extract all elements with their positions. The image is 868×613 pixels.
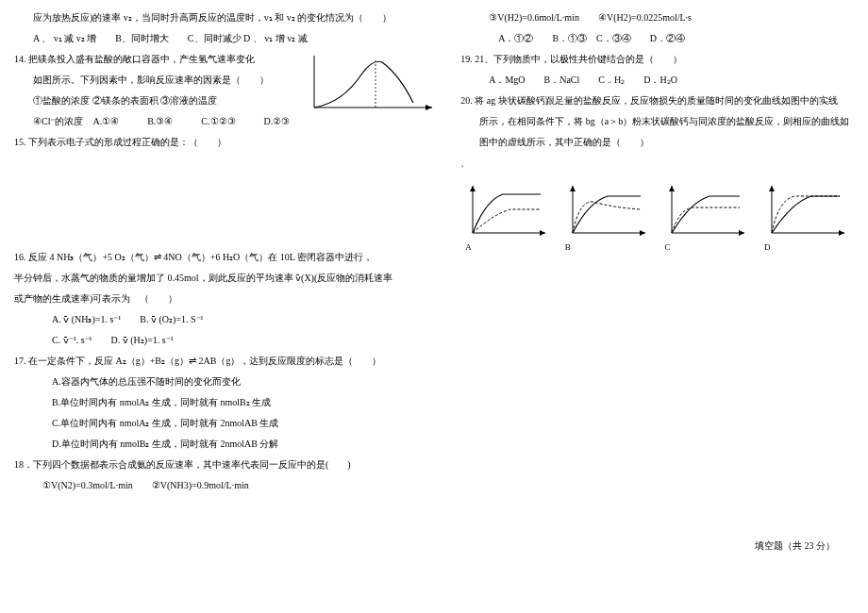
chart-a: A xyxy=(465,181,550,255)
q18-line1: 18．下列四个数据都表示合成氨的反应速率，其中速率代表同一反应中的是( ) xyxy=(14,456,442,473)
svg-marker-17 xyxy=(839,230,844,236)
q13-continuation: 应为放热反应)的速率 v₂，当同时升高两反应的温度时，v₁ 和 v₂ 的变化情况… xyxy=(14,9,442,26)
q16-opt-cd: C. v̄⁻¹. s⁻¹ D. v̄ (H₂)=1. s⁻¹ xyxy=(14,332,442,349)
svg-marker-15 xyxy=(669,186,675,191)
q16-line3: 或产物的生成速率)可表示为 （ ） xyxy=(14,290,442,307)
chart-c-label: C xyxy=(664,242,670,252)
q17-line1: 17. 在一定条件下，反应 A₂（g）+B₂（g）⇌ 2AB（g），达到反应限度… xyxy=(14,353,442,370)
q18-line2: ①V(N2)=0.3mol/L·min ②V(NH3)=0.9mol/L·min xyxy=(14,477,442,494)
q20-line1: 20. 将 ag 块状碳酸钙跟足量的盐酸反应，反应物损失的质量随时间的变化曲线如… xyxy=(460,92,854,109)
svg-marker-13 xyxy=(739,230,744,236)
rate-curve-figure xyxy=(305,51,437,123)
q20-backtick: 、 xyxy=(460,155,854,172)
q19-options: A．MgO B．NaCl C．H₂ D．H₂O xyxy=(460,72,854,89)
q16-opt-ab: A. v̄ (NH₃)=1. s⁻¹ B. v̄ (O₂)=1. S⁻¹ xyxy=(14,311,442,328)
svg-marker-19 xyxy=(769,186,775,191)
chart-a-label: A xyxy=(465,242,472,252)
q20-charts: A B C xyxy=(460,181,854,255)
q13-options: A 、 v₁ 减 v₂ 增 B、同时增大 C、同时减少 D 、 v₁ 增 v₂ … xyxy=(14,30,442,47)
chart-d: D xyxy=(764,181,849,255)
q20-line2: 所示，在相同条件下，将 bg（a＞b）粉末状碳酸钙与同浓度的盐酸反应，则相应的曲… xyxy=(460,113,854,130)
chart-d-label: D xyxy=(764,242,771,252)
right-column: ③V(H2)=0.6mol/L·min ④V(H2)=0.0225mol/L·s… xyxy=(451,9,863,604)
q17-opt-c: C.单位时间内有 nmolA₂ 生成，同时就有 2nmolAB 生成 xyxy=(14,415,442,432)
svg-marker-9 xyxy=(640,230,645,236)
q14-block: 14. 把镁条投入盛有盐酸的敞口容器中，产生氢气速率变化 如图所示。下列因素中，… xyxy=(14,51,442,134)
q15-line: 15. 下列表示电子式的形成过程正确的是：（ ） xyxy=(14,134,442,151)
q17-opt-d: D.单位时间内有 nmolB₂ 生成，同时就有 2nmolAB 分解 xyxy=(14,436,442,453)
svg-marker-1 xyxy=(426,105,432,110)
q18-options: A．①② B．①③ C．③④ D．②④ xyxy=(460,30,854,47)
q16-line1: 16. 反应 4 NH₃（气）+5 O₂（气）⇌ 4NO（气）+6 H₂O（气）… xyxy=(14,249,442,266)
q19-line1: 19. 21、下列物质中，以极性共价键结合的是（ ） xyxy=(460,51,854,68)
svg-marker-5 xyxy=(540,230,545,236)
q17-opt-b: B.单位时间内有 nmolA₂ 生成，同时就有 nmolB₂ 生成 xyxy=(14,394,442,411)
q16-line2: 半分钟后，水蒸气的物质的量增加了 0.45mol，则此反应的平均速率 v̄(X)… xyxy=(14,270,442,287)
q20-line3: 图中的虚线所示，其中正确的是（ ） xyxy=(460,134,854,151)
chart-b: B xyxy=(565,181,650,255)
left-column: 应为放热反应)的速率 v₂，当同时升高两反应的温度时，v₁ 和 v₂ 的变化情况… xyxy=(5,9,451,604)
chart-b-label: B xyxy=(565,242,571,252)
svg-marker-7 xyxy=(470,186,476,191)
q17-opt-a: A.容器内气体的总压强不随时间的变化而变化 xyxy=(14,373,442,390)
section-fill-blank: 填空题（共 23 分） xyxy=(460,538,854,555)
chart-c: C xyxy=(664,181,749,255)
svg-marker-11 xyxy=(570,186,576,191)
q18-line3: ③V(H2)=0.6mol/L·min ④V(H2)=0.0225mol/L·s xyxy=(460,9,854,26)
